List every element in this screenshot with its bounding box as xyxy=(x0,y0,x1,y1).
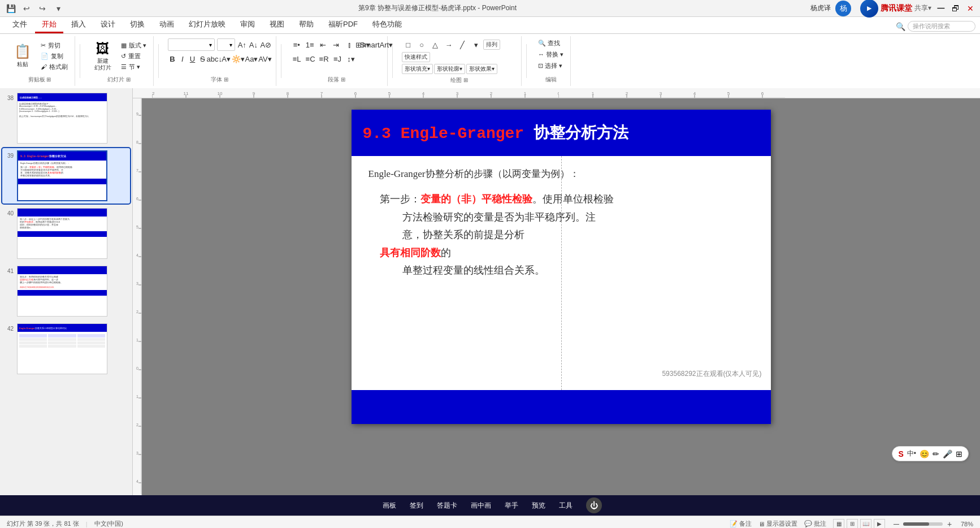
sogou-mic[interactable]: 🎤 xyxy=(943,449,952,458)
find-button[interactable]: 🔍 查找 xyxy=(536,38,566,48)
new-slide-button[interactable]: 🖼 新建幻灯片 xyxy=(89,40,116,72)
preview-button[interactable]: 预览 xyxy=(527,500,550,512)
redo-button[interactable]: ↪ xyxy=(36,2,49,15)
strikethrough-button[interactable]: S xyxy=(198,53,207,65)
customize-button[interactable]: ▾ xyxy=(52,2,64,15)
align-left-button[interactable]: ≡L xyxy=(290,53,303,65)
line-spacing-button[interactable]: ↕▾ xyxy=(345,53,357,65)
arrow-button[interactable]: → xyxy=(443,38,455,51)
comments-button[interactable]: 💬 批注 xyxy=(804,520,826,528)
sogou-grid[interactable]: ⊞ xyxy=(956,449,962,458)
board-button[interactable]: 画板 xyxy=(378,500,401,512)
select-button[interactable]: ⊡ 选择 ▾ xyxy=(536,61,566,71)
pip-button[interactable]: 画中画 xyxy=(466,500,496,512)
align-right-button[interactable]: ≡R xyxy=(318,53,330,65)
sogou-emoji[interactable]: 😊 xyxy=(920,449,929,458)
numbering-button[interactable]: 1≡ xyxy=(303,38,315,51)
user-avatar[interactable]: 杨 xyxy=(835,1,851,16)
tab-design[interactable]: 设计 xyxy=(94,17,122,33)
zoom-level[interactable]: 78% xyxy=(956,521,973,527)
tools-button[interactable]: 工具 xyxy=(554,500,577,512)
tab-animations[interactable]: 动画 xyxy=(153,17,181,33)
quiz-button[interactable]: 答题卡 xyxy=(432,500,462,512)
tab-insert[interactable]: 插入 xyxy=(64,17,93,33)
format-painter-button[interactable]: 🖌格式刷 xyxy=(38,62,70,72)
undo-button[interactable]: ↩ xyxy=(20,2,33,15)
more-shapes-button[interactable]: ▾ xyxy=(470,38,482,51)
oval-button[interactable]: ○ xyxy=(415,38,428,51)
save-button[interactable]: 💾 xyxy=(5,2,17,15)
sogou-lang[interactable]: 中• xyxy=(907,449,916,458)
minimize-button[interactable]: ─ xyxy=(936,3,946,14)
triangle-button[interactable]: △ xyxy=(429,38,441,51)
decrease-indent-button[interactable]: ⇤ xyxy=(317,38,329,51)
tab-transitions[interactable]: 切换 xyxy=(123,17,151,33)
normal-view-button[interactable]: ▦ xyxy=(833,519,844,529)
checkin-button[interactable]: 签到 xyxy=(405,500,428,512)
justify-button[interactable]: ≡J xyxy=(331,53,344,65)
sogou-pen[interactable]: ✏ xyxy=(933,449,939,458)
clear-format-button[interactable]: A⊘ xyxy=(260,38,271,51)
char-spacing-button[interactable]: AV▾ xyxy=(259,53,271,65)
tab-special[interactable]: 特色功能 xyxy=(366,17,409,33)
highlight-button[interactable]: 🔆▾ xyxy=(232,53,244,65)
tab-home[interactable]: 开始 xyxy=(35,17,63,33)
paste-button[interactable]: 📋 粘贴 xyxy=(9,40,36,72)
tab-view[interactable]: 视图 xyxy=(263,17,291,33)
subscript-button[interactable]: abc↓ xyxy=(208,53,220,65)
slide-thumb-38[interactable]: 38 以成误差修正模型... 以成误差修正模型的形式如下： Δlnconsump… xyxy=(2,90,130,146)
tab-help[interactable]: 帮助 xyxy=(292,17,320,33)
shape-effects-button[interactable]: 形状效果▾ xyxy=(466,64,497,74)
notes-button[interactable]: 📝 备注 xyxy=(730,520,752,528)
slide-thumb-40[interactable]: 40 第二步：设定上一步中的协整方程具体两个变量为 时的平坦形式，利用这两个变量… xyxy=(2,206,130,261)
slide-thumb-41[interactable]: 41 第五步：利用得到的协整关系可以构建 误差纠正方程来代替平稳序列。这一步 骤… xyxy=(2,263,130,319)
convert-smartart-button[interactable]: SmartArt▾ xyxy=(370,38,383,51)
share-text[interactable]: 共享▾ xyxy=(914,3,931,13)
font-size-dropdown[interactable]: ▾ xyxy=(217,38,235,51)
display-settings-button[interactable]: 🖥 显示器设置 xyxy=(758,520,797,528)
font-color-dropdown[interactable]: A▾ xyxy=(222,53,231,65)
reading-view-button[interactable]: 📖 xyxy=(860,519,871,529)
quick-styles-button[interactable]: 快速样式 xyxy=(402,52,430,62)
arrange-button[interactable]: 排列 xyxy=(483,40,500,50)
cut-button[interactable]: ✂剪切 xyxy=(38,41,70,50)
reset-button[interactable]: ↺重置 xyxy=(119,51,149,61)
font-case-button[interactable]: Aa▾ xyxy=(245,53,258,65)
shapes-button[interactable]: □ xyxy=(402,38,414,51)
shape-fill-button[interactable]: 形状填充▾ xyxy=(402,64,433,74)
tab-foxit[interactable]: 福昕PDF xyxy=(322,17,365,33)
zoom-out-button[interactable]: ─ xyxy=(892,520,901,529)
tab-slideshow[interactable]: 幻灯片放映 xyxy=(182,17,232,33)
bold-button[interactable]: B xyxy=(168,53,177,65)
close-button[interactable]: ✕ xyxy=(965,3,975,14)
maximize-button[interactable]: 🗗 xyxy=(951,3,961,14)
slide-sorter-button[interactable]: ⊞ xyxy=(847,519,858,529)
decrease-font-button[interactable]: A↓ xyxy=(249,38,258,51)
replace-button[interactable]: ↔ 替换 ▾ xyxy=(536,50,566,59)
increase-indent-button[interactable]: ⇥ xyxy=(330,38,342,51)
shape-outline-button[interactable]: 形状轮廓▾ xyxy=(434,64,465,74)
canvas-scroll[interactable]: 9.3 Engle-Granger 协整分析方法 Engle-Granger协整… xyxy=(142,98,980,495)
slide-thumb-39[interactable]: 39 9.3 Engle-Granger 协整分析方法 Engle-Grange… xyxy=(2,148,130,204)
columns-button[interactable]: ⫿ xyxy=(344,38,355,51)
align-center-button[interactable]: ≡C xyxy=(304,53,316,65)
slideshow-button[interactable]: ▶ xyxy=(874,519,885,529)
zoom-in-button[interactable]: + xyxy=(945,520,954,529)
section-button[interactable]: ☰节 ▾ xyxy=(119,62,149,72)
slide-canvas[interactable]: 9.3 Engle-Granger 协整分析方法 Engle-Granger协整… xyxy=(352,110,771,424)
font-name-dropdown[interactable]: ▾ xyxy=(168,38,215,51)
line-button[interactable]: ╱ xyxy=(456,38,469,51)
italic-button[interactable]: I xyxy=(178,53,187,65)
copy-button[interactable]: 📄复制 xyxy=(38,51,70,61)
tab-file[interactable]: 文件 xyxy=(6,17,34,33)
layout-button[interactable]: ▦版式 ▾ xyxy=(119,41,149,50)
bullets-button[interactable]: ≡• xyxy=(290,38,302,51)
power-button[interactable]: ⏻ xyxy=(586,497,602,513)
slide-thumb-42[interactable]: 42 Engle-Granger 协整关系十种模型计算结果对比 xyxy=(2,321,130,376)
zoom-slider[interactable] xyxy=(903,522,943,526)
underline-button[interactable]: U xyxy=(188,53,197,65)
raise-hand-button[interactable]: 举手 xyxy=(500,500,523,512)
increase-font-button[interactable]: A↑ xyxy=(237,38,246,51)
tab-review[interactable]: 审阅 xyxy=(233,17,262,33)
search-box[interactable]: 操作说明搜索 xyxy=(908,21,975,32)
